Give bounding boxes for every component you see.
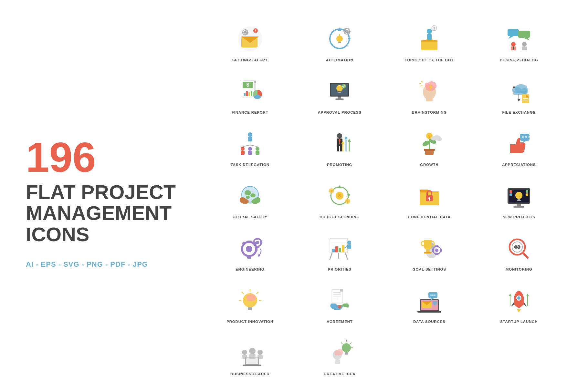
svg-rect-55 (335, 98, 344, 100)
svg-line-156 (330, 253, 332, 259)
startup-launch-label: STARTUP LAUNCH (500, 320, 538, 324)
title-block: FLAT PROJECT MANAGEMENT ICONS (26, 181, 194, 244)
svg-marker-153 (258, 254, 260, 257)
brainstorming-icon (413, 75, 446, 107)
svg-point-163 (347, 241, 351, 244)
svg-rect-162 (342, 245, 344, 252)
svg-marker-198 (340, 289, 343, 292)
svg-rect-65 (513, 91, 527, 95)
svg-point-132 (515, 192, 522, 199)
icon-budget-spending: $ $ $ BUDGET SPENDING (297, 176, 383, 222)
svg-point-126 (428, 197, 430, 199)
monitoring-icon (503, 232, 535, 264)
svg-line-187 (242, 292, 244, 294)
business-leader-icon (234, 336, 266, 369)
icon-business-dialog: BUSINESS DIALOG (476, 19, 562, 65)
svg-line-77 (243, 145, 250, 147)
appreciations-icon: ★ ★ ★ (503, 127, 535, 160)
global-safety-icon (234, 180, 266, 212)
svg-point-210 (434, 294, 436, 296)
agreement-label: AGREEMENT (327, 320, 353, 324)
icon-data-sources: DATA SOURCES (386, 281, 473, 327)
svg-rect-130 (517, 204, 521, 206)
svg-rect-164 (347, 244, 351, 249)
svg-rect-131 (513, 206, 524, 208)
svg-line-59 (421, 81, 423, 82)
svg-text:!: ! (255, 29, 256, 33)
svg-rect-151 (253, 241, 255, 244)
svg-rect-26 (427, 34, 432, 40)
icon-new-projects: NEW PROJECTS (476, 176, 562, 222)
svg-rect-137 (526, 190, 528, 193)
svg-text:$: $ (331, 190, 332, 193)
task-delegation-icon (234, 127, 266, 160)
svg-rect-75 (248, 137, 252, 141)
svg-rect-175 (440, 249, 442, 252)
svg-text:$: $ (428, 134, 430, 139)
svg-point-181 (518, 246, 519, 247)
svg-rect-185 (248, 309, 252, 310)
svg-point-25 (427, 29, 432, 34)
svg-point-209 (432, 294, 434, 296)
svg-point-171 (435, 249, 438, 252)
svg-rect-201 (417, 311, 441, 313)
startup-launch-icon (503, 284, 535, 316)
business-dialog-icon (503, 23, 535, 55)
svg-marker-117 (347, 194, 350, 197)
svg-marker-30 (508, 36, 513, 39)
svg-rect-141 (247, 241, 251, 243)
svg-rect-225 (242, 355, 247, 359)
approval-process-label: APPROVAL PROCESS (318, 110, 362, 114)
svg-marker-213 (511, 302, 514, 307)
appreciations-label: APPRECIATIONS (502, 163, 536, 167)
svg-text:$: $ (347, 200, 349, 203)
brainstorming-label: BRAINSTORMING (412, 110, 447, 114)
title-line-3: ICONS (26, 224, 194, 245)
icon-finance-report: $ FINANCE REPORT (207, 72, 293, 118)
icon-task-delegation: TASK DELEGATION (207, 124, 293, 170)
agreement-icon (323, 284, 356, 316)
global-safety-label: GLOBAL SAFETY (233, 215, 267, 219)
goal-settings-icon (413, 232, 446, 264)
svg-rect-173 (435, 253, 438, 255)
approval-process-icon (323, 75, 356, 107)
icon-promoting: PROMOTING (297, 124, 383, 170)
title-line-1: FLAT PROJECT (26, 181, 194, 202)
svg-point-115 (246, 196, 250, 199)
svg-text:?: ? (433, 26, 435, 30)
svg-rect-44 (248, 92, 250, 96)
icon-confidential-data: CONFIDENTIAL DATA (386, 176, 473, 222)
svg-marker-91 (348, 139, 351, 142)
svg-point-81 (248, 147, 252, 151)
svg-rect-43 (246, 91, 248, 96)
priorities-label: PRIORITIES (328, 267, 352, 271)
svg-marker-46 (254, 81, 256, 83)
svg-text:$: $ (246, 82, 249, 88)
budget-spending-icon: $ $ $ (323, 180, 356, 212)
svg-point-140 (246, 246, 252, 252)
svg-rect-161 (339, 248, 341, 252)
svg-rect-172 (435, 245, 438, 247)
task-delegation-label: TASK DELEGATION (231, 163, 269, 167)
new-projects-icon (503, 180, 535, 212)
svg-rect-142 (247, 256, 251, 259)
svg-rect-54 (338, 97, 341, 98)
monitoring-label: MONITORING (506, 267, 532, 271)
svg-rect-84 (256, 151, 259, 155)
icon-business-leader: BUSINESS LEADER (207, 333, 293, 379)
formats: AI - EPS - SVG - PNG - PDF - JPG (26, 260, 194, 269)
automation-icon (323, 23, 356, 55)
svg-rect-232 (345, 354, 348, 355)
svg-rect-204 (433, 301, 437, 304)
left-panel: 196 FLAT PROJECT MANAGEMENT ICONS AI - E… (26, 19, 194, 379)
promoting-icon (323, 127, 356, 160)
svg-marker-216 (509, 294, 511, 296)
icon-priorities: PRIORITIES (297, 229, 383, 274)
svg-point-226 (257, 350, 263, 355)
growth-icon: $ (413, 127, 446, 160)
new-projects-label: NEW PROJECTS (502, 215, 535, 219)
icon-automation: AUTOMATION (297, 19, 383, 65)
product-innovation-icon (234, 284, 266, 316)
svg-rect-29 (508, 29, 519, 36)
svg-point-33 (511, 42, 516, 46)
